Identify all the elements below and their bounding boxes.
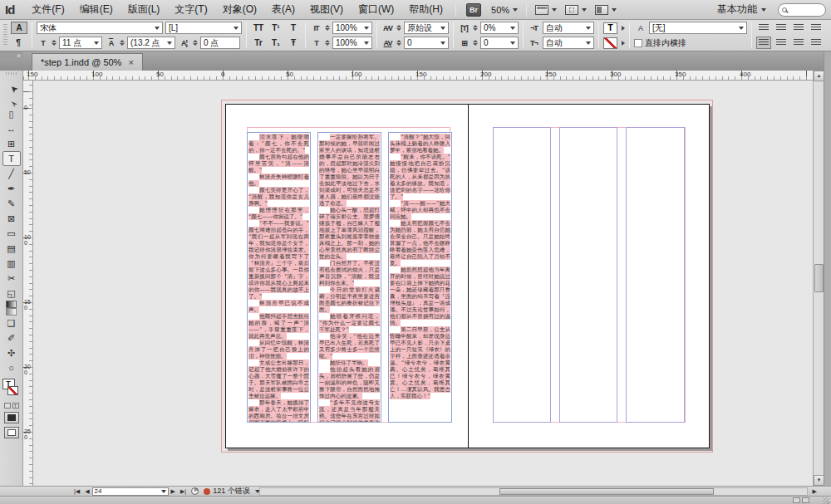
vertical-ruler[interactable]: 050100150200250 <box>23 81 33 486</box>
proportional-spacing-stepper[interactable] <box>473 25 478 31</box>
aki-after-select[interactable]: 自动 <box>543 37 594 49</box>
kerning-select[interactable]: 原始设 <box>404 22 449 34</box>
align-center-button[interactable] <box>774 22 789 34</box>
fill-stroke-proxy[interactable]: T <box>2 379 22 400</box>
menu-file[interactable]: 文件(F) <box>24 0 71 19</box>
workspace-switcher[interactable]: 基本功能 <box>717 2 766 17</box>
proportional-spacing-select[interactable]: 0% <box>480 22 519 34</box>
zoom-level-dropdown[interactable]: 50% <box>488 3 521 17</box>
first-page-button[interactable]: |◀ <box>71 488 82 495</box>
scroll-right-icon[interactable]: ▶ <box>810 488 819 495</box>
type-style-button[interactable]: T₁ <box>268 37 283 49</box>
formatting-affects-container-button[interactable] <box>4 403 11 409</box>
note-tool-icon[interactable]: ❑ <box>2 316 21 330</box>
pencil-tool-icon[interactable]: ✎ <box>2 196 21 211</box>
stroke-none-swatch[interactable] <box>603 37 617 49</box>
eyedropper-tool-icon[interactable]: ✐ <box>2 330 21 345</box>
screen-mode-dropdown[interactable] <box>562 3 590 17</box>
tab-close-icon[interactable]: × <box>128 57 133 67</box>
view-options-dropdown[interactable] <box>532 3 560 17</box>
type-style-button[interactable]: Tr <box>251 37 266 49</box>
rectangle-tool-icon[interactable]: ▭ <box>2 226 21 241</box>
character-style-select[interactable]: [无] <box>649 22 747 34</box>
leading-stepper[interactable] <box>120 40 125 46</box>
next-page-button[interactable]: ▶ <box>169 488 178 495</box>
horizontal-scrollbar[interactable] <box>259 487 808 496</box>
vertical-grid-tool-icon[interactable]: ▥ <box>2 256 21 271</box>
menu-object[interactable]: 对象(O) <box>215 0 264 19</box>
text-frame-column-2[interactable]: 一定要嫁给孙将军。那时候的她，早就听闻过家里人的谈话，知道这桩婚事不是自己所能左… <box>317 132 381 423</box>
normal-view-mode-button[interactable] <box>4 412 19 423</box>
gap-tool-icon[interactable]: ↔ <box>2 121 21 136</box>
paragraph-formatting-button[interactable]: ¶ <box>11 37 26 49</box>
line-tool-icon[interactable]: ╱ <box>2 166 21 181</box>
horizontal-grid-tool-icon[interactable]: ▤ <box>2 241 21 256</box>
gradient-feather-tool-icon[interactable] <box>6 308 17 316</box>
horizontal-scale-select[interactable]: 100% <box>332 37 372 49</box>
previous-page-button[interactable]: ◀ <box>82 488 91 495</box>
menu-view[interactable]: 视图(V) <box>302 0 351 19</box>
type-tool-icon[interactable]: T <box>2 151 21 166</box>
document-canvas[interactable]: 泪水落下，她哽咽着：“颜七，你不会死的，你一定不会死的。”颜七唇角勾起在他的怀里… <box>33 81 813 486</box>
frame-tool-icon[interactable]: ⊠ <box>2 211 21 226</box>
preview-mode-button[interactable] <box>4 427 19 438</box>
justify-all-button[interactable] <box>756 37 771 49</box>
page-view-icon[interactable] <box>802 497 809 503</box>
type-style-button[interactable]: T¹ <box>268 22 283 34</box>
kerning-stepper[interactable] <box>396 25 401 31</box>
content-collector-tool-icon[interactable]: ⊞ <box>2 136 21 151</box>
document-tab[interactable]: *step 1.indd @ 50% × <box>32 53 143 71</box>
gradient-swatch-tool-icon[interactable] <box>6 301 17 308</box>
font-size-stepper[interactable] <box>52 40 57 46</box>
vertical-scroll-thumb[interactable] <box>814 264 824 292</box>
vertical-scale-stepper[interactable] <box>325 25 330 31</box>
page-spread[interactable]: 泪水落下，她哽咽着：“颜七，你不会死的，你一定不会死的。”颜七唇角勾起在他的怀里… <box>225 104 710 448</box>
tracking-select[interactable]: 0 <box>404 37 449 49</box>
search-input[interactable] <box>778 3 826 17</box>
align-right-button[interactable] <box>791 22 806 34</box>
type-style-button[interactable]: T <box>286 22 301 34</box>
page-number-select[interactable]: 24 <box>92 487 169 496</box>
arrange-documents-dropdown[interactable] <box>592 3 620 17</box>
horizontal-scroll-thumb[interactable] <box>499 488 714 495</box>
character-formatting-button[interactable]: A <box>11 22 27 34</box>
menu-window[interactable]: 窗口(W) <box>351 0 401 19</box>
panel-grip[interactable] <box>3 24 7 46</box>
preflight-icon[interactable] <box>191 487 199 495</box>
baseline-shift-field[interactable]: 0 点 <box>200 37 240 49</box>
pen-tool-icon[interactable]: ✒ <box>2 181 21 196</box>
aki-before-select[interactable]: 自动 <box>543 22 594 34</box>
free-transform-tool-icon[interactable]: ◱ <box>2 286 21 301</box>
bridge-button[interactable]: Br <box>466 3 481 17</box>
stroke-none-indicator[interactable] <box>7 386 18 395</box>
tracking-stepper[interactable] <box>396 40 401 46</box>
menu-type[interactable]: 文字(T) <box>167 0 214 19</box>
resize-grip[interactable] <box>823 497 829 504</box>
vertical-scale-select[interactable]: 100% <box>332 22 372 34</box>
menu-edit[interactable]: 编辑(E) <box>72 0 120 19</box>
justify-last-right-button[interactable] <box>791 37 806 49</box>
horizontal-scale-stepper[interactable] <box>325 40 330 46</box>
justify-last-left-button[interactable] <box>809 22 824 34</box>
baseline-shift-stepper[interactable] <box>193 40 198 46</box>
zoom-tool-icon[interactable]: ○ <box>2 360 21 375</box>
horizontal-ruler[interactable]: 15010050050100150200250300350400 <box>23 71 813 81</box>
tatechuyoko-checkbox[interactable] <box>634 39 642 47</box>
formatting-affects-text-button[interactable]: T <box>12 403 19 409</box>
menu-table[interactable]: 表(A) <box>264 0 302 19</box>
page-view-icon[interactable] <box>793 497 800 503</box>
align-left-button[interactable] <box>756 22 771 34</box>
menu-layout[interactable]: 版面(L) <box>120 0 168 19</box>
font-size-select[interactable]: 11 点 <box>59 37 102 49</box>
type-style-button[interactable]: TT <box>251 22 266 34</box>
last-page-button[interactable]: ▶| <box>178 488 189 495</box>
align-towards-spine-button[interactable] <box>809 37 824 49</box>
text-frame-column-3[interactable]: “清醒？”她大惊，回头床榻上躺着的人睁眼入梦中，紧张地看着她。“醒来，你不该死。… <box>388 132 452 423</box>
font-style-select[interactable]: [L] <box>165 22 242 34</box>
font-family-select[interactable]: 宋体 <box>37 22 163 34</box>
hand-tool-icon[interactable]: ✣ <box>2 345 21 360</box>
tool-panel-collapse-button[interactable]: » <box>0 51 23 61</box>
scissors-tool-icon[interactable]: ✂ <box>2 271 21 286</box>
leading-select[interactable]: (13.2 点 <box>127 37 175 49</box>
justify-last-center-button[interactable] <box>774 37 789 49</box>
